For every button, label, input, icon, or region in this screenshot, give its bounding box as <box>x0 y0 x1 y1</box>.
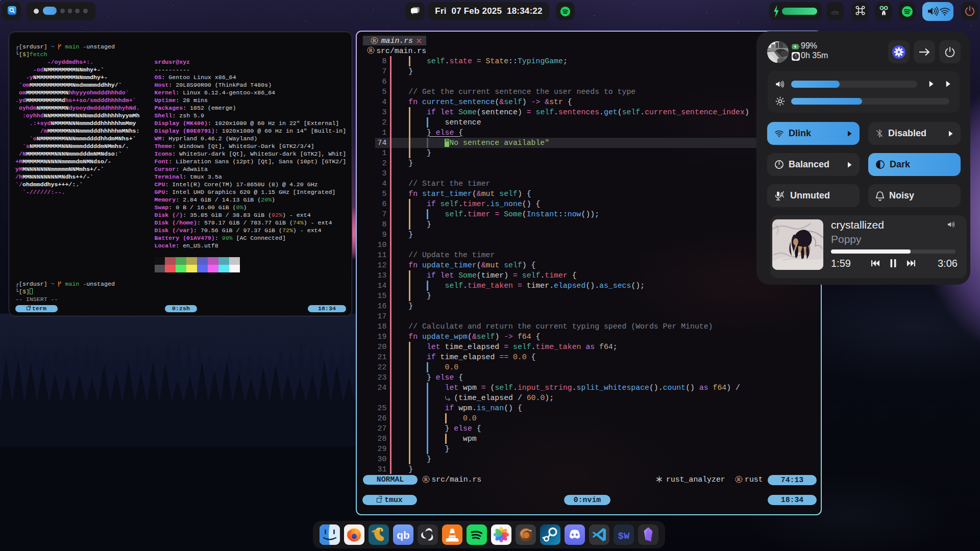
svg-text:qb: qb <box>397 529 410 541</box>
svg-text:$W: $W <box>618 531 630 542</box>
svg-text:R: R <box>424 477 428 482</box>
svg-text:R: R <box>369 48 373 53</box>
svg-text:R: R <box>373 38 376 43</box>
svg-text:R: R <box>737 477 741 482</box>
